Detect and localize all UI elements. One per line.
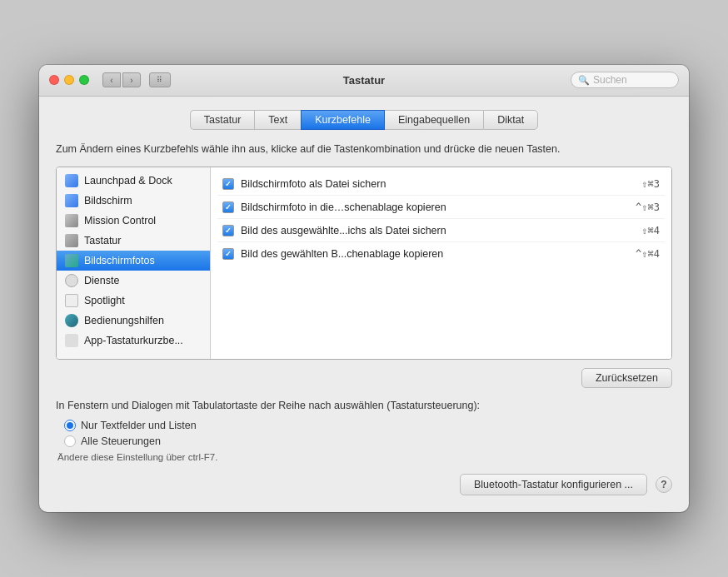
titlebar: ‹ › ⠿ Tastatur 🔍 Suchen [39,65,689,97]
checkmark-4: ✓ [225,250,232,258]
bottom-section-label: In Fenstern und Dialogen mit Tabulatorta… [56,400,672,411]
checkbox-1[interactable]: ✓ [222,178,234,190]
radio-alle-steuerungen[interactable] [64,435,76,447]
display-icon [65,194,78,207]
checkbox-4[interactable]: ✓ [222,248,234,260]
reset-button[interactable]: Zurücksetzen [581,368,672,388]
shortcut-key-3: ⇧⌘4 [641,225,660,236]
radio-inner-nur-textfelder [67,422,73,429]
sidebar-item-app-tastatur[interactable]: App-Tastaturkurzbe... [57,331,210,351]
nav-buttons: ‹ › [102,72,141,87]
sidebar-label-app-tastatur: App-Tastaturkurzbe... [84,335,183,346]
radio-row-2[interactable]: Alle Steuerungen [64,435,672,447]
sidebar-item-bildschirm[interactable]: Bildschirm [57,191,210,211]
shortcut-key-1: ⇧⌘3 [641,178,660,190]
sidebar-item-dienste[interactable]: Dienste [57,271,210,291]
bottom-section: In Fenstern und Dialogen mit Tabulatorta… [56,400,672,462]
radio-nur-textfelder[interactable] [64,420,76,431]
sidebar-item-bildschirmfotos[interactable]: Bildschirmfotos [57,251,210,271]
shortcut-key-2: ^⇧⌘3 [636,201,660,213]
search-box[interactable]: 🔍 Suchen [571,72,679,88]
help-button[interactable]: ? [656,476,672,493]
checkmark-3: ✓ [225,226,232,235]
window-title: Tastatur [343,74,385,87]
tab-text[interactable]: Text [254,110,301,130]
sidebar-label-tastatur: Tastatur [84,235,121,246]
shortcut-label-3: Bild des ausgewählte...ichs als Datei si… [241,225,635,236]
main-panel: Launchpad & Dock Bildschirm Mission Cont… [56,167,672,360]
sidebar-item-mission[interactable]: Mission Control [57,211,210,231]
sidebar-item-launchpad[interactable]: Launchpad & Dock [57,171,210,191]
sidebar-label-mission: Mission Control [84,215,156,226]
close-button[interactable] [49,75,59,85]
launchpad-icon [65,174,78,187]
shortcut-label-4: Bild des gewählten B...chenablage kopier… [241,248,629,260]
description-text: Zum Ändern eines Kurzbefehls wähle ihn a… [56,142,672,157]
sidebar-item-spotlight[interactable]: Spotlight [57,291,210,311]
reset-button-container: Zurücksetzen [56,368,672,388]
shortcut-key-4: ^⇧⌘4 [636,248,660,260]
radio-label-alle-steuerungen: Alle Steuerungen [81,435,161,447]
minimize-button[interactable] [64,75,74,85]
app-icon [65,334,78,347]
shortcut-row-4[interactable]: ✓ Bild des gewählten B...chenablage kopi… [217,242,665,266]
footer: Bluetooth-Tastatur konfigurieren ... ? [56,474,672,495]
grid-button[interactable]: ⠿ [149,72,171,87]
sidebar-label-bildschirmfotos: Bildschirmfotos [84,255,155,266]
radio-row-1[interactable]: Nur Textfelder und Listen [64,420,672,431]
maximize-button[interactable] [79,75,89,85]
shortcut-row-1[interactable]: ✓ Bildschirmfoto als Datei sichern ⇧⌘3 [217,172,665,196]
back-button[interactable]: ‹ [102,72,121,87]
tab-diktat[interactable]: Diktat [483,110,538,130]
content: Tastatur Text Kurzbefehle Eingabequellen… [39,97,689,513]
shortcut-label-1: Bildschirmfoto als Datei sichern [241,178,635,190]
sidebar: Launchpad & Dock Bildschirm Mission Cont… [57,167,211,359]
sidebar-label-launchpad: Launchpad & Dock [84,175,172,187]
search-placeholder: Suchen [593,74,627,86]
tab-eingabequellen[interactable]: Eingabequellen [385,110,483,130]
services-icon [65,274,78,287]
sidebar-item-tastatur[interactable]: Tastatur [57,231,210,251]
checkmark-2: ✓ [225,203,232,211]
tab-tastatur[interactable]: Tastatur [190,110,254,130]
spotlight-icon [65,294,78,307]
sidebar-label-bedienungshilfen: Bedienungshilfen [84,315,164,326]
sidebar-label-dienste: Dienste [84,275,119,286]
traffic-lights [49,75,89,85]
shortcuts-panel: ✓ Bildschirmfoto als Datei sichern ⇧⌘3 ✓… [211,167,671,359]
forward-button[interactable]: › [122,72,141,87]
sidebar-label-spotlight: Spotlight [84,295,125,306]
sidebar-label-bildschirm: Bildschirm [84,195,132,206]
accessibility-icon [65,314,78,327]
shortcut-label-2: Bildschirmfoto in die…schenablage kopier… [241,201,629,213]
radio-group: Nur Textfelder und Listen Alle Steuerung… [64,420,672,447]
radio-label-nur-textfelder: Nur Textfelder und Listen [81,420,197,431]
main-window: ‹ › ⠿ Tastatur 🔍 Suchen Tastatur Text Ku… [39,65,689,513]
bluetooth-button[interactable]: Bluetooth-Tastatur konfigurieren ... [460,474,647,495]
checkbox-2[interactable]: ✓ [222,201,234,213]
mission-icon [65,214,78,227]
screenshot-icon [65,254,78,267]
checkmark-1: ✓ [225,180,232,188]
tab-kurzbefehle[interactable]: Kurzbefehle [301,110,385,130]
shortcut-row-3[interactable]: ✓ Bild des ausgewählte...ichs als Datei … [217,219,665,242]
search-icon: 🔍 [578,75,590,86]
shortcut-row-2[interactable]: ✓ Bildschirmfoto in die…schenablage kopi… [217,196,665,219]
keyboard-icon [65,234,78,247]
tab-bar: Tastatur Text Kurzbefehle Eingabequellen… [56,110,672,130]
sidebar-item-bedienungshilfen[interactable]: Bedienungshilfen [57,311,210,331]
checkbox-3[interactable]: ✓ [222,225,234,236]
hint-text: Ändere diese Einstellung über ctrl-F7. [57,452,672,462]
